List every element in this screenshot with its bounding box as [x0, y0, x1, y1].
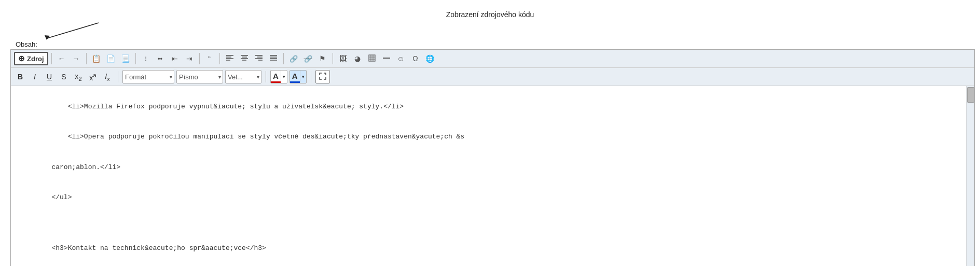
separator-7: [333, 53, 333, 64]
underline-label: U: [47, 73, 52, 81]
format-select[interactable]: Formát Nadpis 1 Nadpis 2 Nadpis 3 Odstav…: [122, 70, 174, 83]
separator-4: [199, 53, 200, 64]
svg-rect-18: [369, 55, 375, 61]
content-line-2: <li>Opera podporuje pokročilou manipulac…: [51, 133, 464, 141]
editor-content[interactable]: <li>Mozilla Firefox podporuje vypnut&iac…: [11, 86, 974, 266]
underline-button[interactable]: U: [43, 70, 56, 83]
undo-icon: ←: [58, 54, 65, 63]
ordered-list-button[interactable]: ⁝: [139, 52, 153, 65]
maximize-icon: [319, 73, 326, 81]
smiley-button[interactable]: ☺: [394, 52, 408, 65]
unordered-list-icon: ••: [158, 55, 162, 63]
toolbar-row1: ⊕ Zdroj ← → 📋 📄 📃: [11, 50, 974, 68]
flash-icon: ◕: [354, 54, 361, 63]
strike-label: S: [61, 73, 66, 81]
remove-format-button[interactable]: Ix: [101, 70, 114, 83]
size-select[interactable]: Vel... 8pt 10pt 12pt 14pt: [225, 70, 261, 83]
flash-button[interactable]: ◕: [351, 52, 364, 65]
content-line-4: </ul>: [51, 193, 72, 201]
obsah-label: Obsah:: [16, 40, 37, 48]
content-line-1: <li>Mozilla Firefox podporuje vypnut&iac…: [51, 103, 404, 110]
indent-button[interactable]: ⇥: [183, 52, 196, 65]
outdent-icon: ⇤: [172, 54, 178, 63]
link-icon: 🔗: [289, 55, 298, 63]
iframe-button[interactable]: 🌐: [423, 52, 437, 65]
align-right-button[interactable]: [252, 52, 266, 65]
size-select-wrapper[interactable]: Vel... 8pt 10pt 12pt 14pt: [225, 70, 261, 83]
bg-color-label: A: [290, 71, 300, 83]
iframe-icon: 🌐: [425, 54, 434, 63]
align-right-icon: [255, 54, 263, 63]
unlink-icon: 🔗: [304, 55, 312, 63]
ordered-list-icon: ⁝: [145, 55, 147, 63]
outdent-button[interactable]: ⇤: [168, 52, 182, 65]
align-left-button[interactable]: [223, 52, 237, 65]
justify-icon: [270, 54, 277, 63]
blockquote-button[interactable]: “: [203, 52, 216, 65]
paste-word-icon: 📃: [121, 54, 130, 63]
separator-row2-1: [118, 71, 118, 82]
maximize-button[interactable]: [315, 70, 330, 83]
separator-row2-2: [266, 71, 266, 82]
paste-word-button[interactable]: 📃: [119, 52, 132, 65]
editor-content-area: <li>Mozilla Firefox podporuje vypnut&iac…: [11, 86, 974, 266]
italic-button[interactable]: I: [29, 70, 41, 83]
undo-button[interactable]: ←: [55, 52, 68, 65]
font-select[interactable]: Písmo Arial Times New Roman: [176, 70, 223, 83]
source-label: Zdroj: [27, 55, 44, 63]
anchor-button[interactable]: ⚑: [316, 52, 329, 65]
bg-color-button[interactable]: A ▾: [289, 70, 307, 83]
separator-2: [86, 53, 87, 64]
redo-icon: →: [73, 54, 80, 63]
special-char-button[interactable]: Ω: [409, 52, 422, 65]
format-select-wrapper[interactable]: Formát Nadpis 1 Nadpis 2 Nadpis 3 Odstav…: [122, 70, 174, 83]
unordered-list-button[interactable]: ••: [154, 52, 167, 65]
font-color-label: A: [271, 71, 281, 83]
editor-wrapper: ⊕ Zdroj ← → 📋 📄 📃: [10, 49, 975, 266]
superscript-label: xa: [89, 72, 96, 82]
table-icon: [368, 54, 376, 63]
toolbar-row2: B I U S x2 xa Ix: [11, 68, 974, 86]
content-line-5: <h3>Kontakt na technick&eacute;ho spr&aa…: [51, 244, 266, 252]
superscript-button[interactable]: xa: [87, 70, 99, 83]
hline-button[interactable]: [380, 52, 393, 65]
font-select-wrapper[interactable]: Písmo Arial Times New Roman: [176, 70, 223, 83]
scrollbar-right[interactable]: [966, 86, 974, 266]
subscript-button[interactable]: x2: [72, 70, 85, 83]
font-color-button[interactable]: A ▾: [270, 70, 287, 83]
content-line-3: caron;ablon.</li>: [51, 163, 120, 171]
paste-icon: 📋: [92, 54, 101, 63]
bg-color-dropdown-arrow[interactable]: ▾: [300, 71, 306, 83]
paste-plain-icon: 📄: [106, 54, 115, 63]
image-icon: 🖼: [339, 54, 347, 63]
redo-button[interactable]: →: [70, 52, 83, 65]
scrollbar-thumb[interactable]: [967, 87, 974, 103]
image-button[interactable]: 🖼: [336, 52, 350, 65]
source-icon: ⊕: [18, 54, 25, 63]
font-color-dropdown-arrow[interactable]: ▾: [281, 71, 287, 83]
obsah-label-row: Obsah:: [16, 40, 975, 48]
separator-row2-3: [311, 71, 311, 82]
subscript-label: x2: [75, 72, 81, 82]
smiley-icon: ☺: [397, 54, 404, 63]
remove-format-label: Ix: [105, 72, 110, 82]
italic-label: I: [34, 73, 36, 81]
align-center-button[interactable]: [238, 52, 251, 65]
table-button[interactable]: [365, 52, 379, 65]
hline-icon: [383, 54, 390, 63]
special-char-icon: Ω: [412, 54, 418, 63]
paste-button[interactable]: 📋: [90, 52, 103, 65]
annotation-arrow: [31, 22, 114, 40]
justify-button[interactable]: [267, 52, 280, 65]
bold-button[interactable]: B: [14, 70, 26, 83]
annotation-title: Zobrazení zdrojového kódu: [5, 10, 975, 19]
annotation-title-text: Zobrazení zdrojového kódu: [446, 10, 534, 19]
link-button[interactable]: 🔗: [287, 52, 300, 65]
unlink-button[interactable]: 🔗: [301, 52, 315, 65]
separator-6: [283, 53, 284, 64]
strikethrough-button[interactable]: S: [58, 70, 70, 83]
source-button[interactable]: ⊕ Zdroj: [14, 52, 48, 65]
paste-plain-button[interactable]: 📄: [104, 52, 118, 65]
align-left-icon: [226, 54, 233, 63]
anchor-icon: ⚑: [319, 54, 326, 63]
